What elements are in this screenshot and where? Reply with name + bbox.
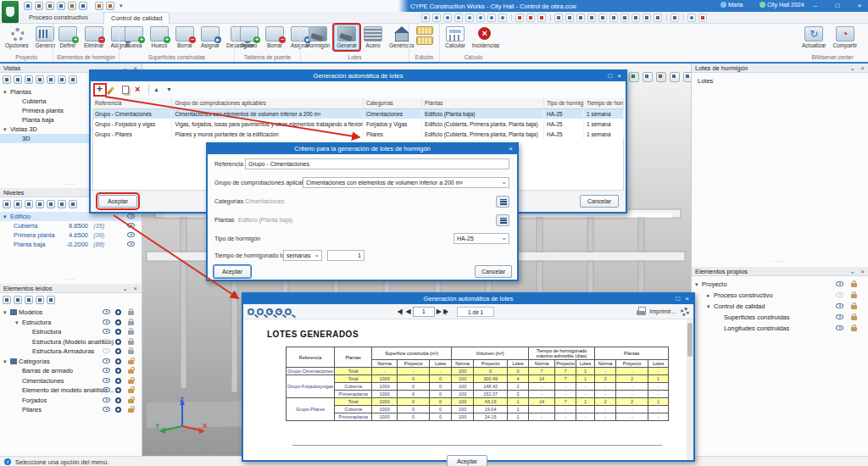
ribbon-button[interactable]: Calcular — [442, 25, 468, 50]
dialog-title-bar[interactable]: Generación automática de lotes □ × — [243, 294, 693, 304]
close-icon[interactable]: × — [860, 64, 865, 73]
eye-icon[interactable] — [836, 292, 843, 297]
lock-icon[interactable] — [851, 305, 857, 309]
minimize-button[interactable]: – — [809, 0, 822, 11]
view-edit-icon[interactable] — [14, 75, 22, 84]
expand-all-icon[interactable] — [14, 296, 22, 304]
lock-icon[interactable] — [128, 360, 134, 364]
print-icon[interactable] — [636, 307, 647, 316]
zoom-out-icon[interactable]: − — [275, 308, 282, 315]
eye-icon[interactable] — [836, 325, 843, 330]
lock-icon[interactable] — [851, 316, 857, 320]
center-view-icon[interactable] — [487, 14, 496, 22]
table-row[interactable]: Grupo - Forjados y vigasVigas, forjados,… — [92, 119, 624, 129]
view-options-icon[interactable] — [69, 75, 77, 84]
project-chip[interactable]: City Hall 2024 — [760, 2, 804, 8]
ribbon-button[interactable]: Nuevo — [237, 25, 261, 50]
measure-length-icon[interactable] — [416, 26, 433, 35]
protractor-icon[interactable] — [609, 14, 618, 22]
gear-icon[interactable] — [115, 397, 121, 403]
tab-control-de-calidad[interactable]: Control de calidad — [103, 12, 170, 24]
capture-icon[interactable] — [632, 14, 640, 22]
report-scrollbar[interactable] — [687, 319, 693, 460]
move-up-icon[interactable] — [152, 85, 162, 95]
clock-icon[interactable] — [620, 14, 629, 22]
level-delete-icon[interactable] — [36, 200, 44, 208]
close-icon[interactable]: × — [133, 284, 137, 293]
dialog-title-bar[interactable]: Criterio para la generación de lotes de … — [208, 144, 517, 154]
gear-icon[interactable] — [115, 378, 121, 384]
lock-icon[interactable] — [851, 327, 857, 331]
gear-icon[interactable] — [115, 358, 121, 364]
eye-icon[interactable] — [836, 303, 843, 308]
column-plantas[interactable]: Plantas — [421, 98, 543, 108]
tree-item[interactable]: ▸Proceso constructivo — [692, 290, 868, 301]
rotate-view-icon[interactable] — [454, 14, 463, 22]
zoom-reset-icon[interactable] — [285, 308, 292, 315]
pan-icon[interactable] — [476, 14, 485, 22]
tree-item[interactable]: Barras de armado — [0, 366, 142, 376]
eye-icon[interactable] — [836, 314, 843, 319]
search-icon[interactable] — [57, 2, 65, 10]
tree-item[interactable]: Forjados — [0, 396, 142, 406]
dimension-icon[interactable] — [587, 14, 596, 22]
redo-icon[interactable] — [46, 2, 54, 10]
ribbon-button[interactable]: Compartir — [831, 25, 860, 50]
close-icon[interactable]: × — [509, 144, 513, 154]
table-header-row[interactable]: Referencia Grupo de comprobaciones aplic… — [92, 98, 624, 108]
tree-item[interactable]: ▾Categorías — [0, 357, 142, 367]
eye-icon[interactable] — [103, 348, 110, 353]
close-icon[interactable]: × — [617, 71, 621, 81]
user-chip[interactable]: Maria — [721, 2, 743, 8]
refresh-icon[interactable] — [36, 296, 44, 304]
lock-icon[interactable] — [128, 369, 134, 374]
fit-width-icon[interactable] — [257, 308, 264, 315]
lock-icon[interactable] — [128, 408, 134, 413]
eye-icon[interactable] — [103, 309, 110, 314]
eye-icon[interactable] — [103, 358, 110, 363]
column-referencia[interactable]: Referencia — [92, 98, 172, 108]
tree-item[interactable]: Pilares — [0, 405, 142, 415]
view-delete-icon[interactable] — [36, 75, 44, 84]
visibility-icon[interactable] — [670, 72, 680, 82]
ribbon-button[interactable]: Opciones — [3, 25, 31, 50]
flag-icon[interactable] — [643, 14, 651, 22]
eye-icon[interactable] — [103, 319, 110, 325]
gear-icon[interactable] — [681, 308, 689, 316]
cut-icon[interactable] — [654, 14, 662, 22]
view-camera-icon[interactable] — [58, 75, 66, 84]
layout-icon[interactable] — [670, 14, 679, 22]
level-row[interactable]: Cubierta8.6500(35) — [0, 221, 142, 230]
eye-icon[interactable] — [127, 232, 135, 237]
eye-icon[interactable] — [103, 378, 110, 383]
grupo-comprobaciones-select[interactable]: Cimentaciones con elementos de volumen i… — [303, 177, 509, 188]
gear-icon[interactable] — [115, 387, 121, 393]
delete-icon[interactable] — [133, 85, 143, 95]
level-select-icon[interactable] — [69, 200, 77, 208]
orbit-3d-icon[interactable] — [432, 14, 441, 22]
gear-icon[interactable] — [115, 368, 121, 374]
panel-splitter[interactable]: ···· — [63, 275, 75, 283]
ribbon-button[interactable]: Borrar — [263, 25, 287, 50]
gear-icon[interactable] — [115, 339, 121, 345]
snap-points-icon[interactable] — [526, 14, 535, 22]
view-settings-icon[interactable] — [683, 72, 691, 82]
tree-item[interactable]: ▾Proyecto — [692, 279, 868, 290]
chevron-down-icon[interactable]: ⌄ — [849, 267, 855, 276]
zoom-extents-icon[interactable] — [443, 14, 452, 22]
tree-item[interactable]: Elemento del modelo analítico ... — [0, 386, 142, 396]
column-grupo[interactable]: Grupo de comprobaciones aplicables — [172, 98, 364, 108]
close-icon[interactable]: × — [685, 294, 689, 304]
previous-page-icon[interactable]: ◀ — [406, 308, 411, 315]
tree-item[interactable]: Longitudes construidas — [692, 323, 868, 334]
lock-icon[interactable] — [128, 311, 134, 315]
filter-icon[interactable] — [25, 296, 33, 304]
eye-icon[interactable] — [127, 223, 135, 228]
level-edit-icon[interactable] — [25, 200, 33, 208]
page-number-input[interactable] — [413, 307, 435, 317]
tree-item[interactable]: ▾Estructura — [0, 318, 142, 328]
zoom-window-icon[interactable] — [465, 14, 474, 22]
eye-icon[interactable] — [127, 241, 135, 247]
tiempo-unidad-select[interactable]: semanas — [283, 250, 322, 261]
level-new-icon[interactable] — [3, 200, 11, 208]
